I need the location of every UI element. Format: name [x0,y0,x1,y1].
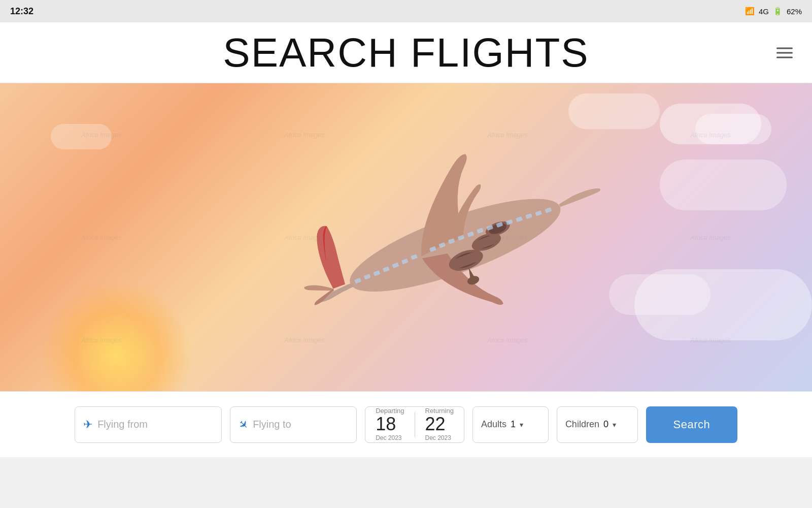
hamburger-line-1 [776,47,793,49]
search-bar: ✈ Flying from ✈ Flying to Departing 18 D… [0,391,812,457]
land-icon: ✈ [235,417,251,432]
adults-field[interactable]: Adults 1 ▾ [472,406,549,443]
cloud-4 [51,124,112,149]
adults-value: 1 [511,419,516,430]
adults-label: Adults [481,419,506,430]
page-title: SEARCH FLIGHTS [223,29,589,76]
flying-to-placeholder: Flying to [253,419,291,430]
network-badge: 4G [759,7,769,16]
children-label: Children [565,419,599,430]
search-button[interactable]: Search [646,406,737,443]
takeoff-icon: ✈ [83,418,92,431]
hamburger-line-3 [776,56,793,58]
flying-from-placeholder: Flying from [97,419,148,430]
menu-button[interactable] [772,43,797,62]
children-chevron-icon: ▾ [613,421,616,429]
departing-section[interactable]: Departing 18 Dec 2023 [365,407,414,442]
wifi-icon: 📶 [745,7,755,16]
returning-section[interactable]: Returning 22 Dec 2023 [415,407,464,442]
children-value: 0 [603,419,608,430]
status-time: 12:32 [10,6,33,17]
flying-to-field[interactable]: ✈ Flying to [230,406,357,443]
children-field[interactable]: Children 0 ▾ [557,406,638,443]
hamburger-line-2 [776,52,793,53]
battery-icon: 🔋 [773,7,783,16]
status-bar: 12:32 📶 4G 🔋 62% [0,0,812,22]
cloud-2 [695,114,771,144]
sun-glow [41,279,193,391]
returning-day: 22 [425,414,446,434]
hero-section: Africa Images Africa Images Africa Image… [0,83,812,391]
airplane-image [223,109,680,363]
status-icons: 📶 4G 🔋 62% [745,7,802,16]
flying-from-field[interactable]: ✈ Flying from [75,406,222,443]
battery-level: 62% [787,7,802,16]
departing-month: Dec 2023 [376,434,401,441]
departing-day: 18 [376,414,396,434]
dates-wrapper[interactable]: Departing 18 Dec 2023 Returning 22 Dec 2… [365,406,464,443]
app-header: SEARCH FLIGHTS [0,22,812,83]
adults-chevron-icon: ▾ [520,421,523,429]
returning-month: Dec 2023 [425,434,451,441]
